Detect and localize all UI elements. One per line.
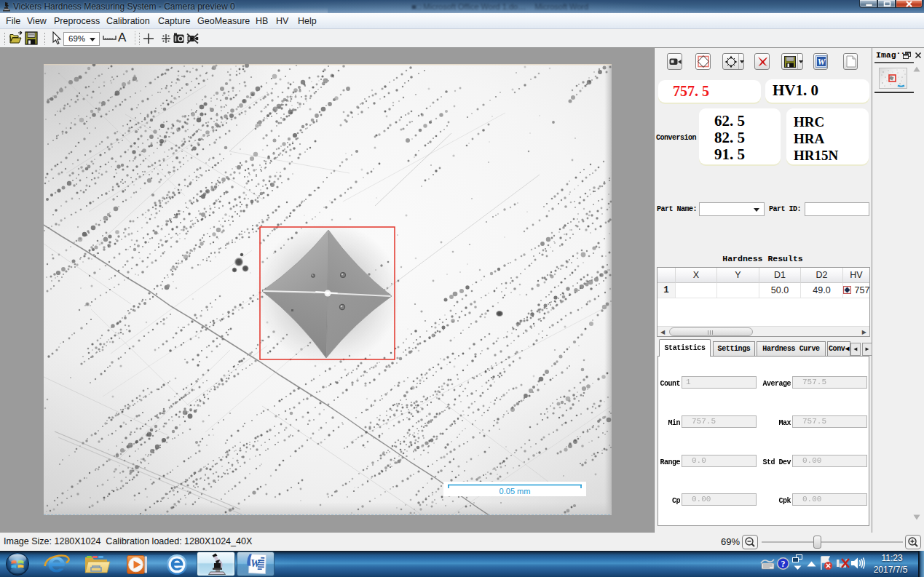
svg-text:?: ? <box>781 559 786 569</box>
svg-text:0.05 mm: 0.05 mm <box>499 487 531 496</box>
svg-text:W: W <box>818 57 826 67</box>
